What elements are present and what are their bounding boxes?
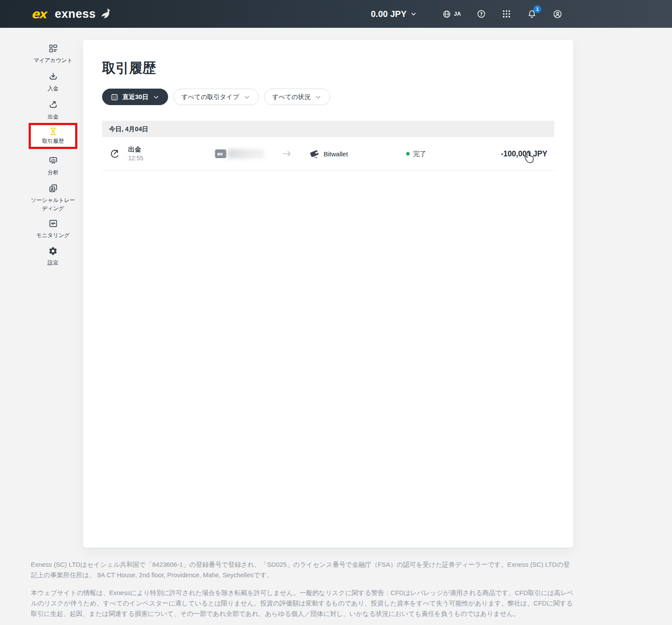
transaction-time: 12:55 (128, 154, 143, 162)
account-number-blurred (228, 149, 264, 159)
destination-wallet: Bitwallet (309, 149, 348, 159)
sidebar-item-social-trading[interactable]: ソーシャルトレーディング (16, 183, 90, 213)
help-button[interactable]: ? (477, 9, 486, 19)
chevron-down-icon (152, 93, 160, 101)
sidebar-item-withdrawal[interactable]: 出金 (16, 100, 90, 121)
sidebar-item-label: 入金 (48, 85, 59, 93)
status-dot-icon (406, 152, 410, 155)
sidebar-item-label: ソーシャルトレーディング (29, 196, 77, 213)
transaction-row[interactable]: 出金 12:55 ex (102, 137, 554, 171)
legal-footer: Exness (SC) LTDはセイシェル共和国で「8423606-1」の登録番… (31, 560, 574, 625)
arrow-right-icon (281, 148, 292, 159)
status-filter-label: すべての状況 (272, 93, 311, 101)
exness-logo-mark-icon: ex (30, 7, 52, 21)
account-balance-selector[interactable]: 0.00 JPY (371, 9, 417, 19)
help-icon: ? (477, 9, 486, 19)
sidebar-item-deposit[interactable]: 入金 (16, 72, 90, 93)
svg-text:ex: ex (31, 7, 48, 21)
legal-paragraph-risk-warning: 本ウェブサイトの情報は、Exnessにより特別に許可された場合を除き転載を許可し… (31, 588, 574, 619)
bitwallet-icon (309, 149, 320, 159)
dashboard-icon (48, 43, 58, 53)
profile-icon (553, 9, 563, 19)
status-filter[interactable]: すべての状況 (264, 89, 330, 105)
page-title: 取引履歴 (102, 59, 554, 77)
sidebar-item-monitoring[interactable]: モニタリング (16, 218, 90, 240)
notification-count-badge: 1 (533, 5, 541, 13)
analytics-icon (48, 155, 58, 165)
top-header: ex exness 0.00 JPY JA ? (0, 0, 672, 28)
svg-text:?: ? (480, 11, 483, 17)
apps-grid-icon (502, 9, 511, 19)
svg-text:ex: ex (217, 151, 223, 157)
date-group-header: 今日, 4月04日 (102, 121, 554, 137)
language-selector[interactable]: JA (442, 10, 461, 19)
monitoring-icon (48, 218, 58, 228)
date-range-filter[interactable]: 直近30日 (102, 89, 168, 105)
profile-button[interactable] (553, 9, 563, 19)
main-content-panel: 取引履歴 直近30日 すべての取引タイプ (83, 40, 573, 548)
transaction-status: 完了 (406, 150, 501, 158)
sidebar-item-label: 分析 (48, 169, 59, 177)
exness-logo-mark-icon: ex (216, 151, 225, 157)
sidebar-item-my-account[interactable]: マイアカウント (16, 43, 90, 65)
transaction-amount: -100,000 JPY (501, 149, 547, 159)
status-label: 完了 (413, 150, 426, 158)
history-hourglass-icon (49, 127, 58, 136)
sidebar-item-label: 出金 (48, 113, 59, 121)
withdrawal-circular-arrow-icon (109, 148, 121, 159)
sidebar-item-settings[interactable]: 設定 (16, 246, 90, 267)
chevron-down-icon (314, 93, 322, 101)
sidebar-item-label: 設定 (48, 259, 59, 267)
globe-icon (442, 10, 451, 19)
balance-value: 0.00 JPY (371, 9, 407, 19)
sidebar-item-transaction-history annotation-highlight-box[interactable]: 取引履歴 (29, 123, 77, 149)
settings-gear-icon (48, 246, 58, 256)
language-code: JA (454, 11, 461, 17)
transaction-type-filter-label: すべての取引タイプ (182, 93, 239, 101)
exness-logo[interactable]: ex exness (30, 7, 113, 21)
sidebar-item-analytics[interactable]: 分析 (16, 155, 90, 177)
transaction-type: 出金 (128, 145, 143, 154)
sidebar-item-label: 取引履歴 (42, 138, 64, 145)
destination-wallet-name: Bitwallet (324, 150, 348, 158)
dove-icon (99, 7, 113, 21)
transaction-list: 今日, 4月04日 出金 12:55 ex (102, 121, 554, 171)
deposit-icon (48, 72, 58, 82)
filters-bar: 直近30日 すべての取引タイプ すべての状況 (102, 89, 554, 105)
sidebar-item-label: マイアカウント (33, 56, 73, 65)
legal-paragraph-registration: Exness (SC) LTDはセイシェル共和国で「8423606-1」の登録番… (31, 560, 574, 581)
calendar-icon (110, 93, 119, 101)
apps-menu-button[interactable] (502, 9, 511, 19)
social-trading-icon (48, 183, 58, 193)
chevron-down-icon (410, 10, 417, 17)
withdrawal-icon (48, 100, 58, 110)
exness-account-badge: ex (215, 149, 226, 158)
sidebar-item-label: モニタリング (36, 231, 70, 240)
transaction-type-filter[interactable]: すべての取引タイプ (173, 89, 259, 105)
date-range-filter-label: 直近30日 (122, 93, 149, 101)
notifications-button[interactable]: 1 (527, 9, 537, 19)
chevron-down-icon (243, 93, 251, 101)
brand-name: exness (55, 7, 96, 21)
